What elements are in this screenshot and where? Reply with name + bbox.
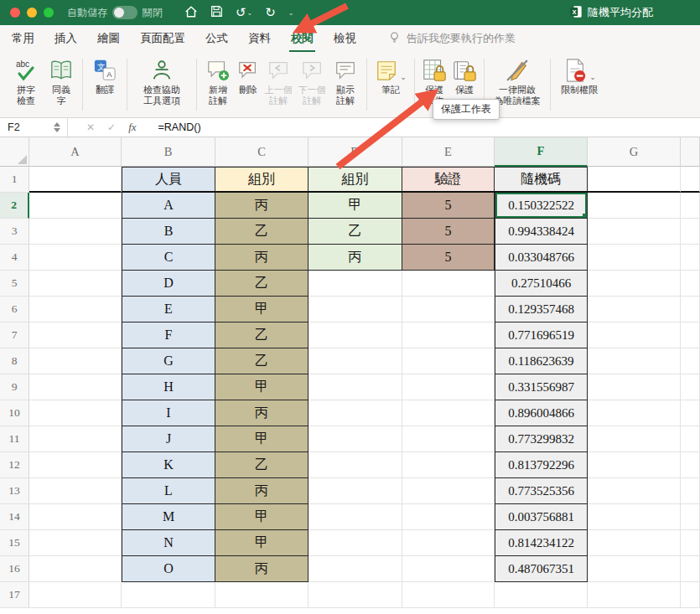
home-icon[interactable] [184, 5, 198, 21]
cell-B7[interactable]: F [122, 322, 215, 348]
check-accessibility-button[interactable]: 檢查協助工具選項 [132, 54, 191, 116]
cell-F2[interactable]: 0.150322522 [495, 193, 588, 219]
cell-C5[interactable]: 乙 [215, 271, 309, 297]
cell-H6[interactable] [681, 297, 700, 322]
row-header-7[interactable]: 7 [0, 322, 29, 348]
cell-G10[interactable] [588, 400, 681, 426]
dropdown-chevron-icon[interactable]: ⌄ [589, 73, 596, 81]
col-header-C[interactable]: C [215, 137, 309, 167]
row-header-8[interactable]: 8 [0, 348, 29, 374]
cell-G17[interactable] [588, 582, 681, 608]
cell-C4[interactable]: 丙 [215, 245, 309, 271]
cell-D6[interactable] [309, 297, 402, 322]
cell-G3[interactable] [588, 219, 681, 245]
cell-B12[interactable]: K [122, 452, 215, 478]
cancel-icon[interactable]: ✕ [86, 121, 95, 133]
cell-D1[interactable]: 組別 [309, 167, 402, 193]
row-header-12[interactable]: 12 [0, 452, 29, 478]
cell-G16[interactable] [588, 556, 681, 582]
cell-F8[interactable]: 0.118623639 [495, 348, 588, 374]
delete-comment-button[interactable]: 刪除 [236, 54, 261, 116]
cell-G9[interactable] [588, 374, 681, 400]
autosave-toggle[interactable] [112, 6, 137, 19]
cell-G5[interactable] [588, 271, 681, 297]
cell-F1[interactable]: 隨機碼 [495, 167, 588, 193]
cell-B2[interactable]: A [122, 193, 215, 219]
cell-D11[interactable] [309, 426, 402, 452]
maximize-button[interactable] [44, 8, 54, 18]
cell-F6[interactable]: 0.129357468 [495, 297, 588, 322]
cell-B14[interactable]: M [122, 504, 215, 530]
cell-B4[interactable]: C [122, 245, 215, 271]
cell-D14[interactable] [309, 504, 402, 530]
cell-A5[interactable] [29, 271, 122, 297]
save-icon[interactable] [210, 5, 223, 20]
cell-A3[interactable] [29, 219, 122, 245]
cell-G11[interactable] [588, 426, 681, 452]
cell-E11[interactable] [402, 426, 495, 452]
cell-B8[interactable]: G [122, 348, 215, 374]
minimize-button[interactable] [27, 8, 37, 18]
cell-B9[interactable]: H [122, 374, 215, 400]
row-header-4[interactable]: 4 [0, 245, 29, 271]
cell-E13[interactable] [402, 478, 495, 504]
tab-常用[interactable]: 常用 [12, 31, 34, 46]
cell-E2[interactable]: 5 [402, 193, 495, 219]
col-header-D[interactable]: D [309, 137, 402, 167]
customize-toolbar-chevron-icon[interactable]: ⌄ [288, 9, 294, 17]
cell-H7[interactable] [681, 322, 700, 348]
row-header-2[interactable]: 2 [0, 193, 29, 219]
spelling-button[interactable]: abc拼字檢查 [8, 54, 44, 116]
cell-D8[interactable] [309, 348, 402, 374]
cell-A16[interactable] [29, 556, 122, 582]
row-header-6[interactable]: 6 [0, 297, 29, 322]
undo-icon[interactable]: ↺⌄ [236, 5, 252, 20]
cell-H10[interactable] [681, 400, 700, 426]
cell-G14[interactable] [588, 504, 681, 530]
formula-input[interactable]: =RAND() [148, 121, 201, 133]
cell-F17[interactable] [495, 582, 588, 608]
cell-E1[interactable]: 驗證 [402, 167, 495, 193]
cell-F11[interactable]: 0.773299832 [495, 426, 588, 452]
cell-A8[interactable] [29, 348, 122, 374]
cell-E5[interactable] [402, 271, 495, 297]
cell-G4[interactable] [588, 245, 681, 271]
cell-A7[interactable] [29, 322, 122, 348]
cell-C13[interactable]: 丙 [215, 478, 309, 504]
name-box[interactable]: F2 [0, 118, 52, 137]
tab-公式[interactable]: 公式 [205, 31, 228, 46]
cell-H9[interactable] [681, 374, 700, 400]
cell-G1[interactable] [588, 167, 681, 193]
cell-A1[interactable] [29, 167, 122, 193]
cell-E7[interactable] [402, 322, 495, 348]
cell-H3[interactable] [681, 219, 700, 245]
cell-B5[interactable]: D [122, 271, 215, 297]
col-header-A[interactable]: A [29, 137, 122, 167]
cell-D4[interactable]: 丙 [309, 245, 402, 271]
stepper-down-icon[interactable] [54, 128, 60, 132]
cell-G12[interactable] [588, 452, 681, 478]
cell-B6[interactable]: E [122, 297, 215, 322]
cell-F14[interactable]: 0.003756881 [495, 504, 588, 530]
cell-E12[interactable] [402, 452, 495, 478]
cell-H2[interactable] [681, 193, 700, 219]
cell-A6[interactable] [29, 297, 122, 322]
cell-C12[interactable]: 乙 [215, 452, 309, 478]
cell-D9[interactable] [309, 374, 402, 400]
redo-icon[interactable]: ↻ [265, 5, 276, 20]
cell-E8[interactable] [402, 348, 495, 374]
cell-H11[interactable] [681, 426, 700, 452]
cell-H13[interactable] [681, 478, 700, 504]
cell-B17[interactable] [122, 582, 215, 608]
row-header-3[interactable]: 3 [0, 219, 29, 245]
tab-檢視[interactable]: 檢視 [334, 31, 356, 46]
cell-C1[interactable]: 組別 [215, 167, 309, 193]
row-header-10[interactable]: 10 [0, 400, 29, 426]
translate-button[interactable]: 文A翻譯 [88, 54, 122, 116]
cell-F9[interactable]: 0.331556987 [495, 374, 588, 400]
cell-H14[interactable] [681, 504, 700, 530]
tell-me-box[interactable]: 告訴我您要執行的作業 [388, 31, 516, 46]
tab-資料[interactable]: 資料 [248, 31, 271, 46]
notes-button[interactable]: ⌄筆記 [372, 54, 409, 116]
dropdown-chevron-icon[interactable]: ⌄ [400, 73, 407, 81]
